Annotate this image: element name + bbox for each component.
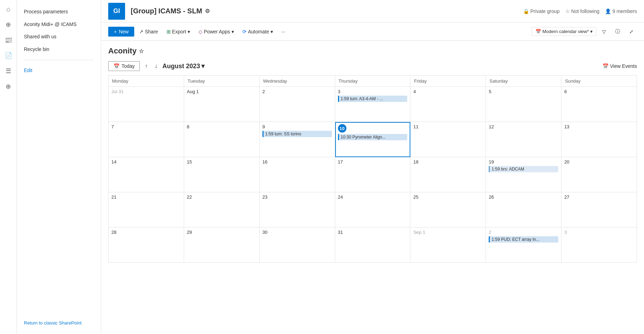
calendar-cell[interactable]: 21 bbox=[109, 192, 184, 227]
calendar-event[interactable]: 1:59 brs: ADCAM bbox=[489, 166, 558, 172]
cell-date: 3 bbox=[338, 89, 408, 94]
automate-button[interactable]: ⟳ Automate ▾ bbox=[239, 27, 277, 37]
export-icon: ⊞ bbox=[167, 29, 171, 34]
home-icon[interactable]: ⌂ bbox=[2, 3, 15, 15]
star-follow-icon: ☆ bbox=[565, 8, 570, 14]
view-events-label: View Events bbox=[610, 63, 637, 69]
prev-month-button[interactable]: ↑ bbox=[143, 62, 150, 71]
members-button[interactable]: 👤 9 members bbox=[605, 8, 637, 14]
calendar-cell[interactable]: 23 bbox=[260, 192, 335, 227]
lists-icon[interactable]: ☰ bbox=[2, 65, 15, 77]
calendar-cell[interactable]: 22 bbox=[184, 192, 260, 227]
cell-date: 14 bbox=[111, 159, 181, 165]
calendar-cell[interactable]: 8 bbox=[184, 122, 260, 157]
calendar-event[interactable]: 1:59 tum: A3-4-AM - ... bbox=[338, 96, 408, 102]
calendar-title-text: Aconity bbox=[108, 46, 137, 56]
calendar-cell[interactable]: 31:59 tum: A3-4-AM - ... bbox=[335, 87, 411, 122]
calendar-cell[interactable]: 3 bbox=[561, 227, 637, 263]
sidebar-item-aconity-midi[interactable]: Aconity Midi+ @ ICAMS bbox=[17, 18, 101, 31]
view-selector[interactable]: 📅 Modern calendar view* ▾ bbox=[532, 27, 597, 36]
calendar-cell[interactable]: Sep 1 bbox=[410, 227, 486, 263]
cell-date: 19 bbox=[489, 159, 558, 165]
cell-date: 9 bbox=[262, 124, 332, 129]
today-button[interactable]: 📅 Today bbox=[108, 61, 140, 71]
cell-date: 27 bbox=[564, 194, 634, 200]
calendar-cell[interactable]: 25 bbox=[410, 192, 486, 227]
cell-date: 7 bbox=[111, 124, 181, 129]
fullscreen-button[interactable]: ⤢ bbox=[626, 27, 637, 37]
cell-date: 4 bbox=[413, 89, 483, 94]
calendar-cell[interactable]: 15 bbox=[184, 157, 260, 192]
news-icon[interactable]: 📰 bbox=[2, 34, 15, 46]
add-icon[interactable]: ⊕ bbox=[2, 80, 15, 93]
calendar-cell[interactable]: 21:59 PUD: ECT array In... bbox=[486, 227, 561, 263]
calendar-cell[interactable]: 12 bbox=[486, 122, 561, 157]
calendar-cell[interactable]: 31 bbox=[335, 227, 411, 263]
calendar-cell[interactable]: Aug 1 bbox=[184, 87, 260, 122]
classic-sharepoint-link[interactable]: Return to classic SharePoint bbox=[24, 320, 82, 326]
calendar-cell[interactable]: 6 bbox=[561, 87, 637, 122]
export-button[interactable]: ⊞ Export ▾ bbox=[163, 27, 194, 37]
calendar-cell[interactable]: 91:59 tum: SS torino bbox=[260, 122, 335, 157]
more-button[interactable]: ··· bbox=[278, 27, 289, 37]
calendar-event[interactable]: 1:59 tum: SS torino bbox=[262, 131, 332, 137]
calendar-cell[interactable]: 5 bbox=[486, 87, 561, 122]
calendar-cell[interactable]: 16 bbox=[260, 157, 335, 192]
privacy-label: Private group bbox=[531, 8, 560, 14]
day-header-tuesday: Tuesday bbox=[184, 76, 260, 87]
calendar-cell[interactable]: 2 bbox=[260, 87, 335, 122]
cell-date: Sep 1 bbox=[413, 230, 483, 235]
calendar-cell[interactable]: 7 bbox=[109, 122, 184, 157]
info-icon: ⓘ bbox=[615, 28, 620, 35]
info-button[interactable]: ⓘ bbox=[612, 26, 624, 37]
settings-icon[interactable]: ⚙ bbox=[205, 8, 210, 14]
calendar-cell[interactable]: 27 bbox=[561, 192, 637, 227]
calendar-cell[interactable]: 4 bbox=[410, 87, 486, 122]
calendar-cell[interactable]: 24 bbox=[335, 192, 411, 227]
cell-date: 15 bbox=[187, 159, 256, 165]
cell-date: 3 bbox=[564, 230, 634, 235]
pages-icon[interactable]: 📄 bbox=[2, 49, 15, 62]
sidebar-item-process-parameters[interactable]: Process parameters bbox=[17, 6, 101, 18]
calendar-event[interactable]: 1:59 PUD: ECT array In... bbox=[489, 236, 558, 243]
calendar-cell[interactable]: 13 bbox=[561, 122, 637, 157]
cell-date: 17 bbox=[338, 159, 408, 165]
new-button[interactable]: + New bbox=[108, 27, 134, 37]
members-label: 9 members bbox=[612, 8, 637, 14]
view-events-button[interactable]: 📅 View Events bbox=[603, 63, 637, 69]
left-rail: ⌂ ⊕ 📰 📄 ☰ ⊕ bbox=[0, 0, 17, 334]
calendar-favorite-icon[interactable]: ☆ bbox=[139, 48, 144, 54]
day-header-saturday: Saturday bbox=[486, 76, 561, 87]
calendar-cell[interactable]: 28 bbox=[109, 227, 184, 263]
sidebar-item-edit[interactable]: Edit bbox=[17, 64, 101, 77]
calendar-cell[interactable]: 17 bbox=[335, 157, 411, 192]
cell-date: 29 bbox=[187, 230, 256, 235]
share-button[interactable]: ↗ Share bbox=[136, 27, 161, 37]
sidebar-item-recycle-bin[interactable]: Recycle bin bbox=[17, 43, 101, 56]
calendar-small-icon: 📅 bbox=[113, 63, 119, 69]
calendar-cell[interactable]: 20 bbox=[561, 157, 637, 192]
sites-icon[interactable]: ⊕ bbox=[2, 18, 15, 31]
calendar-cell[interactable]: 30 bbox=[260, 227, 335, 263]
group-logo: GI bbox=[108, 3, 125, 20]
sidebar-item-shared-with-us[interactable]: Shared with us bbox=[17, 31, 101, 43]
sidebar-divider bbox=[24, 60, 94, 60]
calendar-event[interactable]: 10:30 Pyrometer Align... bbox=[338, 134, 408, 140]
automate-chevron-icon: ▾ bbox=[271, 29, 273, 34]
calendar-title: Aconity ☆ bbox=[108, 46, 144, 56]
follow-button[interactable]: ☆ Not following bbox=[565, 8, 599, 14]
share-label: Share bbox=[145, 29, 158, 34]
calendar-cell[interactable]: 26 bbox=[486, 192, 561, 227]
powerapps-button[interactable]: ◇ Power Apps ▾ bbox=[195, 27, 238, 37]
calendar-cell[interactable]: 29 bbox=[184, 227, 260, 263]
month-title[interactable]: August 2023 ▾ bbox=[162, 62, 204, 70]
calendar-cell[interactable]: 191:59 brs: ADCAM bbox=[486, 157, 561, 192]
calendar-cell[interactable]: 14 bbox=[109, 157, 184, 192]
calendar-cell[interactable]: 1010:30 Pyrometer Align... bbox=[335, 122, 411, 157]
next-month-button[interactable]: ↓ bbox=[152, 62, 160, 71]
calendar-cell[interactable]: Jul 31 bbox=[109, 87, 184, 122]
filter-button[interactable]: ▽ bbox=[599, 27, 610, 37]
calendar-cell[interactable]: 18 bbox=[410, 157, 486, 192]
fullscreen-icon: ⤢ bbox=[629, 29, 633, 34]
calendar-cell[interactable]: 11 bbox=[410, 122, 486, 157]
